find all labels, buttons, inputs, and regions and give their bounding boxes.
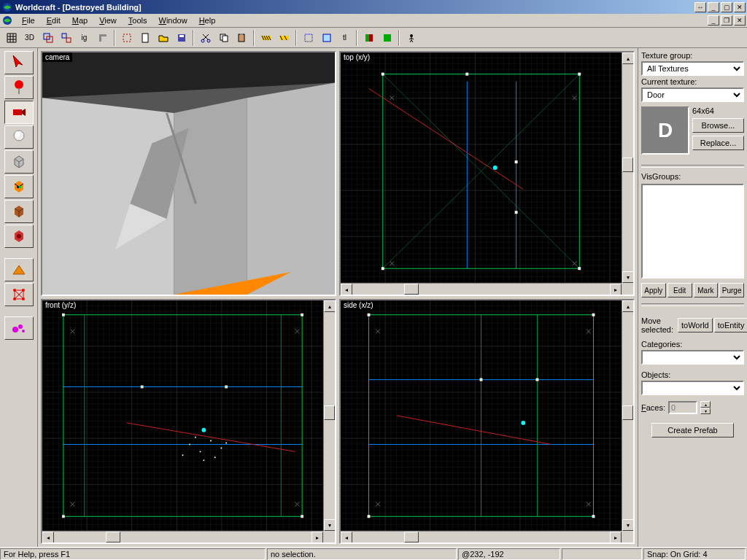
menu-window[interactable]: Window <box>152 15 193 26</box>
mdi-close-button[interactable]: ✕ <box>734 15 746 26</box>
viewport-front[interactable]: front (y/z) <box>41 299 336 544</box>
status-snap: Snap: On Grid: 4 <box>643 548 746 560</box>
tb-copy-icon[interactable] <box>215 30 232 46</box>
menu-view[interactable]: View <box>93 15 123 26</box>
tb-texalign-icon[interactable] <box>379 30 395 46</box>
browse-button[interactable]: Browse... <box>692 118 744 133</box>
viewport-camera[interactable]: camera <box>41 51 336 296</box>
tb-cordon-icon[interactable] <box>258 30 274 46</box>
menu-tools[interactable]: Tools <box>123 15 153 26</box>
svg-rect-61 <box>515 160 518 163</box>
objects-label: Objects: <box>641 370 744 379</box>
menu-edit[interactable]: Edit <box>41 15 66 26</box>
viewport-side[interactable]: side (x/z) <box>339 299 635 544</box>
scrollbar-h[interactable]: ◂▸ <box>42 531 323 542</box>
tb-tl-icon[interactable]: tl <box>336 30 353 46</box>
apply-button[interactable]: Apply <box>641 283 666 298</box>
svg-rect-94 <box>480 378 483 381</box>
svg-rect-70 <box>301 314 303 316</box>
tb-grid-icon[interactable] <box>3 30 20 46</box>
faces-input[interactable] <box>668 401 697 414</box>
replace-button[interactable]: Replace... <box>692 136 744 150</box>
maximize-button[interactable]: ▢ <box>721 2 732 12</box>
svg-rect-8 <box>123 34 131 42</box>
scrollbar-v[interactable]: ▴▾ <box>323 300 335 531</box>
magnify-tool[interactable] <box>4 76 34 99</box>
tb-paste-icon[interactable] <box>233 30 250 46</box>
arrows-button[interactable]: ↔ <box>694 2 706 12</box>
svg-rect-5 <box>66 38 71 42</box>
mdi-restore-button[interactable]: ❐ <box>721 15 732 26</box>
path-tool[interactable] <box>4 283 34 306</box>
svg-rect-95 <box>536 378 539 381</box>
toworld-button[interactable]: toWorld <box>678 318 713 332</box>
faces-down[interactable]: ▾ <box>700 408 711 414</box>
camera-tool[interactable] <box>4 101 34 124</box>
mark-button[interactable]: Mark <box>694 283 719 298</box>
svg-rect-74 <box>225 386 228 389</box>
svg-rect-90 <box>368 314 371 316</box>
svg-rect-16 <box>239 34 244 42</box>
categories-select[interactable] <box>641 350 744 365</box>
tb-group-icon[interactable] <box>39 30 56 46</box>
clipping-tool[interactable] <box>4 225 34 248</box>
tb-carve-icon[interactable] <box>94 30 111 46</box>
svg-marker-44 <box>174 98 247 295</box>
texture-group-select[interactable]: All Textures <box>641 61 744 76</box>
mdi-minimize-button[interactable]: _ <box>708 15 719 26</box>
current-texture-select[interactable]: Door <box>641 88 744 102</box>
faces-up[interactable]: ▴ <box>700 401 711 408</box>
viewport-top[interactable]: top (x/y) <box>339 51 635 296</box>
svg-rect-22 <box>365 34 369 42</box>
tb-save-icon[interactable] <box>173 30 190 46</box>
tb-ungroup-icon[interactable] <box>58 30 74 46</box>
tool-palette <box>0 48 38 547</box>
morph-tool[interactable] <box>4 316 34 340</box>
scrollbar-h[interactable]: ◂▸ <box>341 531 622 542</box>
svg-rect-62 <box>515 211 518 214</box>
scrollbar-h[interactable]: ◂▸ <box>341 283 622 295</box>
tb-cut-icon[interactable] <box>197 30 214 46</box>
svg-rect-32 <box>19 186 21 188</box>
menu-map[interactable]: Map <box>66 15 93 26</box>
purge-button[interactable]: Purge <box>719 283 744 298</box>
create-prefab-button[interactable]: Create Prefab <box>651 423 734 438</box>
minimize-button[interactable]: _ <box>708 2 719 12</box>
move-selected-label: Move selected: <box>641 316 676 334</box>
close-button[interactable]: ✕ <box>734 2 746 12</box>
visgroups-list[interactable] <box>641 184 744 279</box>
block-tool[interactable] <box>4 150 34 174</box>
apply-decal-tool[interactable] <box>4 200 34 223</box>
tb-hollow-icon[interactable] <box>118 30 135 46</box>
svg-rect-57 <box>465 73 468 76</box>
tb-open-icon[interactable] <box>155 30 171 46</box>
texture-size-label: 64x64 <box>692 106 744 115</box>
objects-select[interactable] <box>641 381 744 395</box>
tb-cordon2-icon[interactable] <box>276 30 293 46</box>
tb-3d-icon[interactable]: 3D <box>21 30 38 46</box>
selection-tool[interactable] <box>4 51 34 74</box>
tb-ig-icon[interactable]: ig <box>76 30 93 46</box>
tb-run-icon[interactable] <box>403 30 419 46</box>
entity-tool[interactable] <box>4 125 34 149</box>
toentity-button[interactable]: toEntity <box>714 318 747 332</box>
edit-button[interactable]: Edit <box>667 283 692 298</box>
vertex-tool[interactable] <box>4 258 34 281</box>
scrollbar-v[interactable]: ▴▾ <box>622 52 633 283</box>
tb-selmode1-icon[interactable] <box>300 30 317 46</box>
svg-rect-17 <box>240 34 243 35</box>
mdi-doc-icon[interactable] <box>1 15 13 26</box>
tb-texlock-icon[interactable] <box>360 30 377 46</box>
tb-new-icon[interactable] <box>136 30 153 46</box>
menu-file[interactable]: File <box>16 15 41 26</box>
svg-rect-11 <box>179 35 184 37</box>
scrollbar-v[interactable]: ▴▾ <box>622 300 633 531</box>
svg-point-68 <box>201 428 206 432</box>
menu-help[interactable]: Help <box>193 15 222 26</box>
texture-app-tool[interactable] <box>4 175 34 198</box>
svg-rect-15 <box>222 36 228 42</box>
viewport-top-label: top (x/y) <box>341 52 373 62</box>
svg-rect-72 <box>301 515 303 518</box>
tb-selmode2-icon[interactable] <box>318 30 335 46</box>
svg-rect-31 <box>17 186 19 188</box>
